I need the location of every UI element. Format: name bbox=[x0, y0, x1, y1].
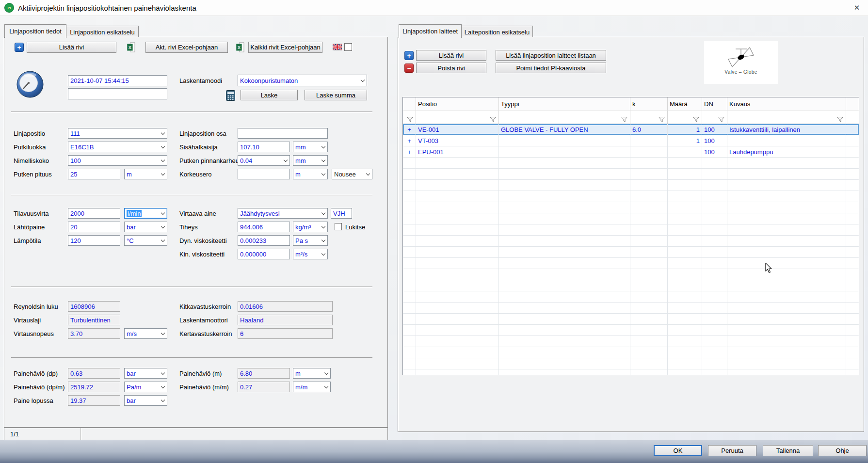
table-empty-row[interactable] bbox=[403, 303, 859, 314]
table-empty-row[interactable] bbox=[403, 180, 859, 191]
filter-funnel-icon[interactable] bbox=[621, 116, 628, 123]
table-row[interactable]: +VT-0031100 bbox=[403, 135, 859, 146]
expand-cell[interactable] bbox=[403, 303, 416, 313]
laskentamoodi-combo[interactable]: Kokoonpuristumaton bbox=[238, 75, 367, 86]
expand-cell[interactable]: + bbox=[403, 135, 416, 146]
tab-linjaposition-esikatselu[interactable]: Linjaposition esikatselu bbox=[66, 26, 139, 38]
lukitse-checkbox[interactable] bbox=[335, 223, 342, 230]
active-row-to-excel-button[interactable]: Akt. rivi Excel-pohjaan bbox=[145, 42, 228, 53]
putken-pinnankarheus-unit-combo[interactable]: mm bbox=[293, 155, 328, 166]
filter-cell[interactable] bbox=[727, 111, 846, 124]
filter-cell[interactable] bbox=[499, 111, 630, 124]
filter-funnel-icon[interactable] bbox=[692, 116, 700, 123]
ok-button[interactable]: OK bbox=[654, 445, 702, 456]
filter-cell[interactable] bbox=[403, 111, 416, 124]
filter-funnel-icon[interactable] bbox=[489, 116, 497, 123]
expand-cell[interactable] bbox=[403, 180, 416, 191]
table-empty-row[interactable] bbox=[403, 314, 859, 325]
expand-cell[interactable] bbox=[403, 358, 416, 369]
header-tyyppi[interactable]: Tyyppi bbox=[499, 97, 630, 111]
tilavuusvirta-unit-combo[interactable]: l/min bbox=[124, 208, 167, 219]
filter-funnel-icon[interactable] bbox=[658, 116, 665, 123]
table-row[interactable]: +EPU-001100Lauhdepumppu bbox=[403, 146, 859, 158]
table-empty-row[interactable] bbox=[403, 358, 859, 369]
paine-lopussa-unit-combo[interactable]: bar bbox=[124, 395, 167, 406]
expand-cell[interactable] bbox=[403, 336, 416, 347]
filter-funnel-icon[interactable] bbox=[406, 116, 414, 123]
filter-cell[interactable] bbox=[630, 111, 668, 124]
sisahalkaisija-input[interactable]: 107.10 bbox=[238, 142, 290, 152]
expand-cell[interactable] bbox=[403, 347, 416, 358]
header-maara[interactable]: Määrä bbox=[668, 97, 702, 111]
kin-viskositeetti-unit-combo[interactable]: m²/s bbox=[293, 249, 328, 259]
expand-cell[interactable] bbox=[403, 258, 416, 269]
sisahalkaisija-unit-combo[interactable]: mm bbox=[293, 142, 328, 152]
laske-summa-button[interactable]: Laske summa bbox=[305, 90, 367, 100]
all-rows-to-excel-button[interactable]: Kaikki rivit Excel-pohjaan bbox=[248, 42, 322, 53]
header-k[interactable]: k bbox=[630, 97, 668, 111]
korkeusero-direction-combo[interactable]: Nousee bbox=[332, 169, 372, 179]
table-empty-row[interactable] bbox=[403, 269, 859, 280]
device-add-row-button[interactable]: Lisää rivi bbox=[416, 50, 486, 61]
laske-button[interactable]: Laske bbox=[241, 90, 298, 100]
dyn-viskositeetti-unit-combo[interactable]: Pa s bbox=[293, 235, 328, 246]
linjapositio-combo[interactable]: 111 bbox=[68, 128, 167, 139]
language-checkbox[interactable] bbox=[344, 43, 352, 51]
linjaposition-osa-input[interactable] bbox=[238, 128, 328, 139]
table-empty-row[interactable] bbox=[403, 280, 859, 291]
tilavuusvirta-input[interactable]: 2000 bbox=[68, 208, 120, 219]
expand-cell[interactable] bbox=[403, 369, 416, 375]
putken-pituus-unit-combo[interactable]: m bbox=[124, 169, 167, 179]
tab-linjaposition-laitteet[interactable]: Linjaposition laitteet bbox=[399, 24, 462, 38]
table-empty-row[interactable] bbox=[403, 158, 859, 169]
painehavio-m-unit-combo[interactable]: m bbox=[293, 368, 331, 379]
aine-koodi-field[interactable]: VJH bbox=[331, 208, 352, 219]
nimelliskoko-combo[interactable]: 100 bbox=[68, 155, 167, 166]
tiheys-unit-combo[interactable]: kg/m³ bbox=[293, 222, 328, 232]
table-empty-row[interactable] bbox=[403, 169, 859, 180]
table-empty-row[interactable] bbox=[403, 236, 859, 247]
pick-from-pi-diagram-button[interactable]: Poimi tiedot PI-kaaviosta bbox=[496, 63, 606, 73]
table-empty-row[interactable] bbox=[403, 202, 859, 213]
tab-linjaposition-tiedot[interactable]: Linjaposition tiedot bbox=[4, 24, 66, 38]
tab-laiteposition-esikatselu[interactable]: Laiteposition esikatselu bbox=[461, 26, 533, 38]
expand-cell[interactable] bbox=[403, 191, 416, 202]
uk-flag-icon[interactable] bbox=[333, 44, 342, 50]
secondary-field[interactable] bbox=[68, 88, 167, 99]
filter-funnel-icon[interactable] bbox=[836, 116, 844, 123]
expand-cell[interactable] bbox=[403, 224, 416, 235]
lahtopaine-unit-combo[interactable]: bar bbox=[124, 222, 167, 232]
expand-cell[interactable] bbox=[403, 247, 416, 257]
table-empty-row[interactable] bbox=[403, 258, 859, 269]
table-empty-row[interactable] bbox=[403, 347, 859, 358]
expand-cell[interactable] bbox=[403, 269, 416, 280]
expand-cell[interactable] bbox=[403, 325, 416, 335]
table-empty-row[interactable] bbox=[403, 369, 859, 375]
dyn-viskositeetti-input[interactable]: 0.000233 bbox=[238, 235, 290, 246]
table-empty-row[interactable] bbox=[403, 224, 859, 236]
painehavio-dp-unit-combo[interactable]: bar bbox=[124, 368, 167, 379]
header-positio[interactable]: Positio bbox=[416, 97, 499, 111]
table-row[interactable]: +VE-001GLOBE VALVE - FULLY OPEN6.01100Is… bbox=[403, 124, 859, 135]
header-kuvaus[interactable]: Kuvaus bbox=[727, 97, 846, 111]
painehavio-dpm-unit-combo[interactable]: Pa/m bbox=[124, 382, 167, 392]
cancel-button[interactable]: Peruuta bbox=[708, 445, 756, 456]
putken-pituus-input[interactable]: 25 bbox=[68, 169, 120, 179]
virtaava-aine-combo[interactable]: Jäähdytysvesi bbox=[238, 208, 328, 219]
save-button[interactable]: Tallenna bbox=[763, 445, 813, 456]
putken-pinnankarheus-combo[interactable]: 0.04 bbox=[238, 155, 290, 166]
expand-cell[interactable] bbox=[403, 280, 416, 291]
table-empty-row[interactable] bbox=[403, 325, 859, 336]
table-empty-row[interactable] bbox=[403, 291, 859, 303]
expand-cell[interactable] bbox=[403, 314, 416, 324]
expand-cell[interactable] bbox=[403, 213, 416, 224]
expand-cell[interactable]: + bbox=[403, 124, 416, 135]
table-empty-row[interactable] bbox=[403, 213, 859, 224]
timestamp-field[interactable]: 2021-10-07 15:44:15 bbox=[68, 75, 167, 86]
add-devices-to-list-button[interactable]: Lisää linjaposition laitteet listaan bbox=[496, 50, 606, 61]
lahtopaine-input[interactable]: 20 bbox=[68, 222, 120, 232]
close-button[interactable]: ✕ bbox=[850, 0, 864, 15]
expand-cell[interactable] bbox=[403, 158, 416, 168]
lampotila-unit-combo[interactable]: °C bbox=[124, 235, 167, 246]
expand-cell[interactable] bbox=[403, 169, 416, 179]
